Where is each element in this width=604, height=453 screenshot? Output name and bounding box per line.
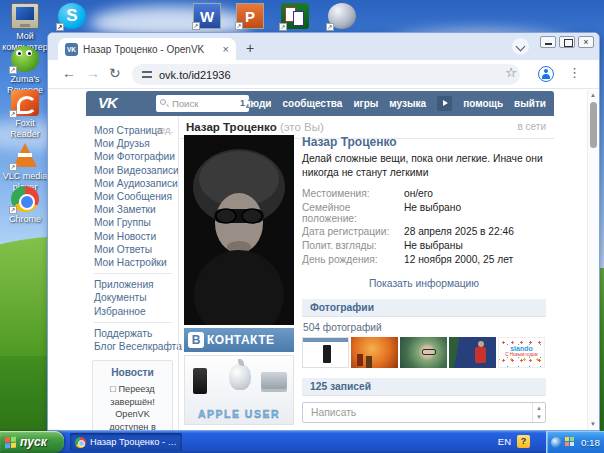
desktop-icon-foxit[interactable]: ↗ Foxit Reader (1, 90, 49, 139)
scroll-up-icon[interactable]: ▲ (588, 90, 598, 101)
close-button[interactable]: × (578, 36, 594, 48)
shortcut-arrow-icon: ↗ (9, 110, 17, 118)
photo-thumbnail[interactable] (302, 337, 349, 368)
thumbnail-brand-text: slando (499, 345, 544, 352)
desktop-icon-my-computer[interactable]: Мой компьютер (1, 3, 49, 52)
powerpoint-icon: ↗ (236, 3, 264, 29)
divider (94, 322, 172, 323)
info-label: Местоимения: (302, 188, 404, 199)
photo-thumbnail[interactable] (400, 337, 447, 368)
bookmark-star-icon[interactable]: ☆ (505, 65, 517, 80)
sidebar-item-groups[interactable]: Мои Группы (86, 216, 178, 229)
nav-people[interactable]: люди (244, 98, 271, 109)
nav-help[interactable]: помощь (463, 98, 503, 109)
sidebar-item-donate[interactable]: Поддержать (86, 327, 178, 340)
tab-strip: VK Назар Троценко - OpenVK × + × (48, 33, 599, 60)
tab-close-icon[interactable]: × (223, 44, 229, 55)
vk-top-nav: люди сообщества игры музыка помощь выйти (244, 91, 546, 116)
vk-favicon-icon: VK (65, 43, 78, 56)
browser-toolbar: ← → ↻ ovk.to/id21936 ☆ ⋮ (48, 60, 599, 89)
profile-title-suffix: (это Вы) (280, 121, 324, 133)
sidebar-item-audio[interactable]: Мои Аудиозаписи (86, 177, 178, 190)
info-value: 28 апреля 2025 в 22:46 (404, 226, 514, 237)
photos-section-header[interactable]: Фотографии (302, 299, 546, 317)
system-tray: 0:18 (546, 431, 604, 453)
shortcut-arrow-icon: ↗ (279, 23, 287, 31)
scrollbar[interactable]: ▲ ▼ (587, 90, 598, 430)
news-box: Новости □ Переезд завершён! OpenVK досту… (92, 360, 173, 430)
icon-label: Foxit Reader (1, 118, 49, 139)
sidebar-item-my-page[interactable]: Моя Страницаред. (86, 124, 178, 137)
news-title: Новости (97, 367, 168, 378)
back-button[interactable]: ← (62, 65, 76, 81)
edit-link[interactable]: ред. (155, 124, 173, 137)
sidebar-item-documents[interactable]: Документы (86, 291, 178, 304)
scroll-down-icon[interactable]: ▼ (588, 419, 598, 430)
sidebar-item-settings[interactable]: Мои Настройки (86, 256, 178, 269)
browser-window: VK Назар Троценко - OpenVK × + × ← → ↻ o… (47, 32, 600, 431)
desktop-icon-vlc[interactable]: ↗ VLC media player (1, 143, 49, 192)
show-info-link[interactable]: Показать информацию (302, 278, 546, 289)
profile-name[interactable]: Назар Троценко (302, 135, 546, 149)
sidebar-item-answers[interactable]: Мои Ответы (86, 243, 178, 256)
taskbar: пуск Назар Троценко - О... EN ? 0:18 (0, 431, 604, 453)
help-tray-icon[interactable]: ? (517, 435, 530, 448)
reload-button[interactable]: ↻ (109, 65, 121, 81)
address-bar[interactable]: ovk.to/id21936 (132, 64, 520, 85)
write-placeholder: Написать (311, 407, 356, 418)
desktop-icon-chrome[interactable]: ↗ Chrome (1, 186, 49, 225)
vk-page: VK Поиск 1 люди сообщества игры музыка п… (86, 91, 554, 430)
tray-globe-icon[interactable] (551, 437, 562, 448)
photo-thumbnail[interactable] (449, 337, 496, 368)
sidebar-item-videos[interactable]: Мои Видеозаписи (86, 164, 178, 177)
sidebar-item-notes[interactable]: Мои Заметки (86, 203, 178, 216)
vk-logo[interactable]: VK (98, 94, 117, 111)
wall-write-input[interactable]: Написать ▲▼ (302, 402, 546, 423)
minimize-button[interactable] (540, 36, 556, 48)
macbook-image (261, 372, 287, 389)
url-text[interactable]: ovk.to/id21936 (159, 69, 231, 81)
search-input[interactable]: Поиск 1 (156, 95, 249, 112)
sidebar-item-friends[interactable]: Мои Друзья (86, 137, 178, 150)
nav-games[interactable]: игры (353, 98, 378, 109)
nav-logout[interactable]: выйти (514, 98, 546, 109)
info-value: он/его (404, 188, 433, 199)
nav-music[interactable]: музыка (389, 98, 426, 109)
resize-handle[interactable]: ▲▼ (532, 403, 545, 422)
tray-network-icon[interactable] (565, 437, 575, 447)
browser-tab[interactable]: VK Назар Троценко - OpenVK × (58, 38, 236, 60)
wall-section-header[interactable]: 125 записей (302, 378, 546, 396)
start-button[interactable]: пуск (0, 431, 64, 453)
sidebar-item-photos[interactable]: Мои Фотографии (86, 150, 178, 163)
new-tab-button[interactable]: + (246, 40, 254, 56)
play-button-icon[interactable] (437, 96, 452, 111)
shortcut-arrow-icon: ↗ (9, 163, 17, 171)
clock[interactable]: 0:18 (581, 437, 600, 448)
solitaire-icon: ↗ (281, 3, 309, 29)
language-indicator[interactable]: EN (498, 436, 511, 447)
desktop-icon-zuma[interactable]: ↗ Zuma's Revenge (1, 46, 49, 95)
profile-info-table: Местоимения:он/его Семейное положение:Не… (302, 188, 546, 264)
sidebar-item-news[interactable]: Мои Новости (86, 230, 178, 243)
sidebar-item-favorites[interactable]: Избранное (86, 305, 178, 318)
profile-avatar-icon[interactable] (538, 66, 554, 82)
chrome-icon: ↗ (11, 186, 39, 212)
sidebar-item-blog[interactable]: Блог Веселкрафта (86, 340, 178, 353)
profile-avatar-photo[interactable] (184, 135, 294, 325)
maximize-button[interactable] (559, 36, 575, 48)
forward-button[interactable]: → (86, 65, 100, 81)
tab-search-chevron-icon[interactable] (512, 38, 529, 55)
photos-row: slando С Новым годом (302, 337, 546, 368)
shortcut-arrow-icon: ↗ (9, 66, 17, 74)
site-settings-icon[interactable] (142, 70, 152, 79)
menu-dots-icon[interactable]: ⋮ (568, 65, 581, 80)
nav-communities[interactable]: сообщества (283, 98, 343, 109)
sidebar-item-messages[interactable]: Мои Сообщения (86, 190, 178, 203)
sidebar-item-apps[interactable]: Приложения (86, 278, 178, 291)
shortcut-arrow-icon: ↗ (235, 22, 243, 30)
scrollbar-thumb[interactable] (590, 102, 597, 148)
taskbar-window-button[interactable]: Назар Троценко - О... (70, 433, 182, 451)
photo-thumbnail[interactable] (351, 337, 398, 368)
photos-count-link[interactable]: 504 фотографий (303, 322, 546, 333)
photo-thumbnail[interactable]: slando С Новым годом (498, 337, 545, 368)
